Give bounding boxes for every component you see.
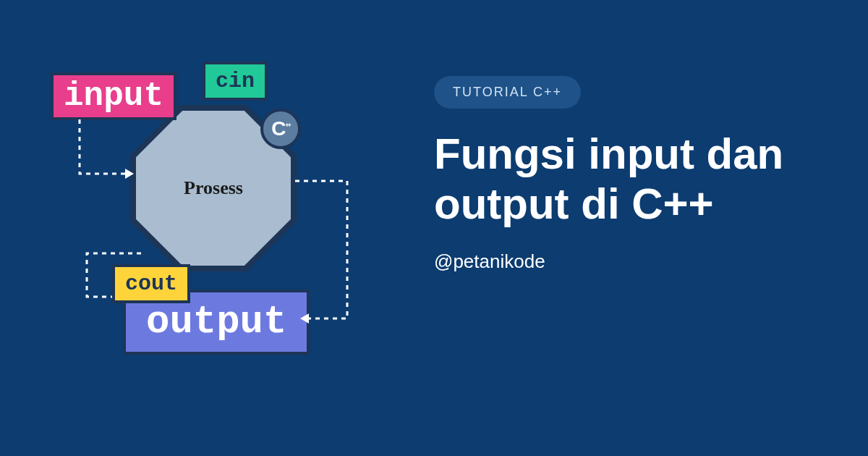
page-title: Fungsi input dan output di C++ bbox=[434, 129, 832, 229]
cin-label: cin bbox=[216, 69, 255, 93]
cout-box: cout bbox=[112, 264, 190, 303]
cpp-badge-c: C bbox=[271, 117, 284, 140]
content-pane: TUTORIAL C++ Fungsi input dan output di … bbox=[434, 76, 832, 273]
input-box: input bbox=[51, 72, 176, 120]
process-label: Prosess bbox=[184, 177, 243, 199]
cpp-badge-plus: ++ bbox=[285, 123, 290, 128]
author-handle: @petanikode bbox=[434, 250, 832, 273]
category-label: TUTORIAL C++ bbox=[453, 85, 562, 99]
cout-label: cout bbox=[125, 271, 177, 296]
category-pill: TUTORIAL C++ bbox=[434, 76, 581, 109]
output-label: output bbox=[146, 300, 286, 344]
arrow-input-to-process bbox=[69, 119, 156, 206]
cpp-badge-icon: C++ bbox=[260, 109, 301, 149]
cin-box: cin bbox=[203, 62, 268, 101]
arrow-process-to-output-right bbox=[289, 174, 369, 347]
io-diagram: Prosess C++ input cin output cout bbox=[51, 58, 383, 398]
input-label: input bbox=[64, 77, 163, 115]
